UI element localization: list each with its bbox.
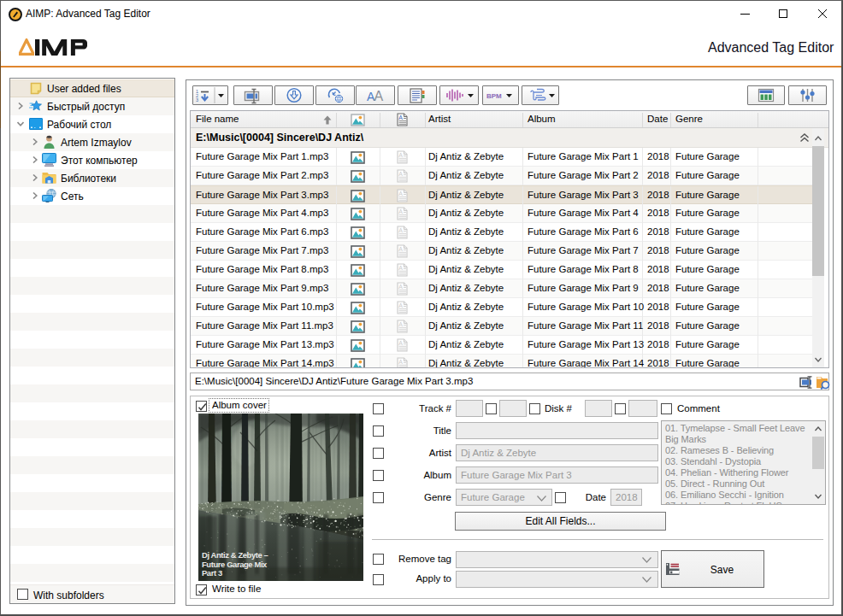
svg-text:A: A <box>374 89 384 103</box>
svg-text:Future Garage Mix: Future Garage Mix <box>202 560 268 569</box>
svg-text:Dj Antiz & Zebyte –: Dj Antiz & Zebyte – <box>202 550 268 560</box>
svg-text:BPM: BPM <box>486 92 502 100</box>
svg-text:3: 3 <box>196 97 198 103</box>
svg-text:Part 3: Part 3 <box>202 568 222 578</box>
